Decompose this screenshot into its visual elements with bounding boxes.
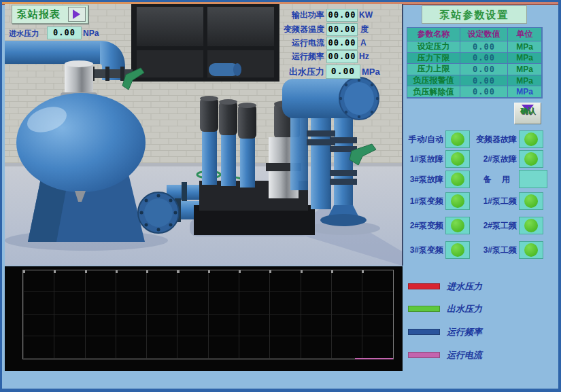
outlet-pressure-label: 出水压力 <box>256 67 324 77</box>
lamp-icon <box>451 173 464 186</box>
hmi-pump-station-screen: 泵站报表 进水压力 0.00 NPa 输出功率 00.00 KW 变频器温度 0… <box>0 0 561 392</box>
play-arrow-icon[interactable] <box>68 7 86 22</box>
readout-value: 00.00 <box>326 50 358 63</box>
lamp-icon <box>451 219 464 232</box>
legend-swatch-outlet <box>408 306 440 312</box>
frame-right <box>558 0 561 392</box>
setting-unit: MPa <box>508 86 542 98</box>
confirm-button-label: 确认 <box>520 106 535 116</box>
status-label-pump1-mains: 1#泵工频 <box>468 196 517 207</box>
inlet-pressure-label: 进水压力 <box>9 29 39 38</box>
lamp-icon <box>524 132 538 146</box>
setting-unit: MPa <box>508 75 542 87</box>
readout-label: 输出功率 <box>256 10 324 20</box>
frame-bottom <box>0 389 561 392</box>
lamp-icon <box>524 243 538 257</box>
settings-col-header: 设定数值 <box>460 28 508 41</box>
legend-label-frequency: 运行频率 <box>447 326 482 338</box>
status-label-pump3-vfd: 3#泵变频 <box>385 245 443 256</box>
current-trace-line <box>355 358 393 359</box>
status-label-vfd-fault: 变频器故障 <box>468 134 517 145</box>
readout-unit: A <box>360 38 367 48</box>
tank-chimney <box>61 60 97 99</box>
readout-value: 00.00 <box>326 9 358 22</box>
legend-swatch-current <box>408 352 440 358</box>
confirm-button[interactable]: 确认 <box>514 103 541 124</box>
setting-value[interactable]: 0.00 <box>460 75 508 87</box>
status-label-pump3-fault: 3#泵故障 <box>385 174 443 185</box>
status-lamp-pump3-vfd <box>445 241 470 259</box>
legend-label-outlet: 出水压力 <box>447 303 482 315</box>
readout-unit: Hz <box>359 52 369 61</box>
status-lamp-pump2-fault <box>519 150 543 168</box>
frame-left <box>0 0 2 392</box>
trend-plot-area <box>22 270 394 359</box>
setting-name: 负压解除值 <box>407 86 460 98</box>
report-button[interactable]: 泵站报表 <box>12 5 88 24</box>
legend-label-current: 运行电流 <box>447 349 482 361</box>
status-lamp-pump3-fault <box>445 171 470 188</box>
readout-label: 运行频率 <box>256 52 324 61</box>
setting-unit: MPa <box>508 41 542 53</box>
setting-unit: MPa <box>508 64 542 75</box>
settings-col-header: 参数名称 <box>407 28 460 41</box>
status-lamp-pump1-vfd <box>445 192 470 210</box>
setting-value[interactable]: 0.00 <box>460 53 508 65</box>
status-label-pump2-fault: 2#泵故障 <box>468 154 517 165</box>
lamp-icon <box>451 132 464 146</box>
trend-chart <box>5 266 403 371</box>
readout-label: 变频器温度 <box>256 24 324 34</box>
legend-swatch-frequency <box>408 329 440 335</box>
legend-swatch-inlet <box>408 283 440 289</box>
status-label-pump2-vfd: 2#泵变频 <box>385 220 443 232</box>
status-box-spare <box>519 170 547 188</box>
status-label-pump3-mains: 3#泵工频 <box>468 245 517 256</box>
setting-unit: MPa <box>508 53 542 65</box>
legend-label-inlet: 进水压力 <box>447 281 482 293</box>
status-lamp-pump2-vfd <box>445 217 470 234</box>
status-label-spare: 备 用 <box>468 174 514 185</box>
lamp-icon <box>451 152 464 166</box>
lamp-icon <box>451 194 464 208</box>
status-lamp-pump2-mains <box>519 217 543 234</box>
status-label-pump2-mains: 2#泵工频 <box>468 220 517 232</box>
status-lamp-manual-auto <box>445 130 470 148</box>
status-lamp-vfd-fault <box>519 130 543 148</box>
setting-name: 设定压力 <box>407 41 460 53</box>
status-lamp-pump1-fault <box>445 150 470 168</box>
inlet-pressure-value: 0.00 <box>47 26 82 39</box>
status-label-pump1-fault: 1#泵故障 <box>385 154 443 165</box>
setting-name: 压力上限 <box>407 64 460 75</box>
report-button-label: 泵站报表 <box>17 8 61 21</box>
settings-table: 参数名称 设定数值 单位 设定压力 0.00 MPa 压力下限 0.00 MPa… <box>407 27 543 99</box>
setting-value[interactable]: 0.00 <box>460 86 508 98</box>
pressure-tank <box>16 93 146 242</box>
lamp-icon <box>524 152 538 166</box>
inlet-pressure-unit: NPa <box>83 29 99 38</box>
readout-unit: 度 <box>360 24 369 34</box>
outlet-pressure-value: 0.00 <box>326 65 360 79</box>
settings-panel-title: 泵站参数设置 <box>422 5 527 24</box>
readout-value: 00.00 <box>326 23 358 36</box>
settings-col-header: 单位 <box>508 28 542 41</box>
lamp-icon <box>451 243 464 257</box>
outlet-pressure-unit: MPa <box>362 67 380 77</box>
setting-name: 压力下限 <box>407 53 460 65</box>
setting-value[interactable]: 0.00 <box>460 64 508 75</box>
status-label-manual-auto: 手动/自动 <box>385 134 443 145</box>
status-lamp-pump3-mains <box>519 241 543 259</box>
setting-name: 负压报警值 <box>407 75 460 87</box>
setting-value[interactable]: 0.00 <box>460 41 508 53</box>
lamp-icon <box>524 219 538 232</box>
status-lamp-pump1-mains <box>519 192 543 210</box>
readout-value: 00.00 <box>326 37 358 50</box>
lamp-icon <box>524 194 538 208</box>
status-label-pump1-vfd: 1#泵变频 <box>385 196 443 207</box>
readout-unit: KW <box>359 10 373 20</box>
readout-label: 运行电流 <box>256 38 324 48</box>
